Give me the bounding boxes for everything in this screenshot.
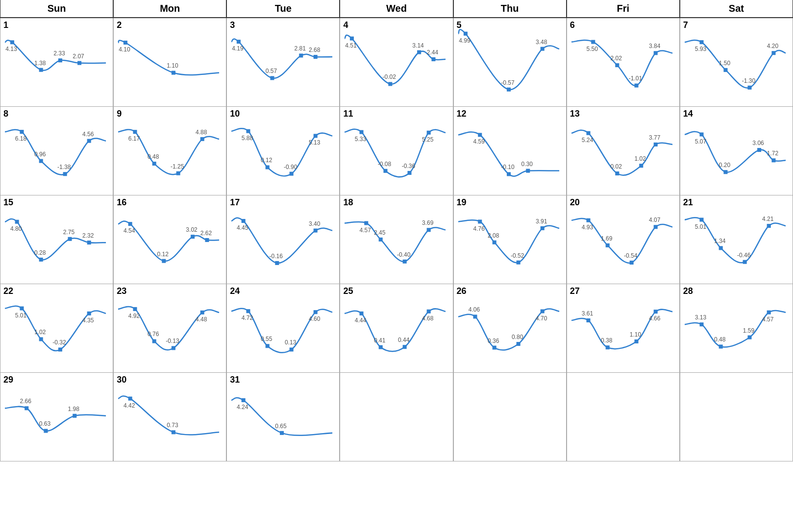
svg-text:2.44: 2.44 bbox=[427, 49, 439, 56]
day-chart-14: 5.070.203.061.72 bbox=[682, 109, 791, 192]
svg-rect-28 bbox=[463, 32, 467, 36]
day-number-22: 22 bbox=[3, 286, 13, 296]
empty-cell bbox=[453, 373, 567, 461]
day-cell-11: 115.33-0.08-0.365.25 bbox=[340, 107, 453, 195]
svg-rect-140 bbox=[540, 226, 544, 230]
day-cell-21: 215.011.34-0.464.21 bbox=[680, 195, 793, 284]
svg-text:4.68: 4.68 bbox=[422, 315, 434, 322]
svg-text:5.33: 5.33 bbox=[355, 136, 367, 143]
svg-text:4.56: 4.56 bbox=[82, 131, 94, 138]
day-cell-7: 75.931.50-1.304.20 bbox=[680, 18, 793, 106]
svg-rect-180 bbox=[314, 310, 318, 314]
empty-cell bbox=[680, 373, 793, 461]
svg-text:2.08: 2.08 bbox=[488, 232, 499, 239]
svg-rect-184 bbox=[379, 345, 383, 349]
svg-text:3.06: 3.06 bbox=[752, 140, 764, 146]
svg-text:-0.54: -0.54 bbox=[624, 252, 638, 259]
svg-rect-10 bbox=[172, 71, 175, 74]
day-number-20: 20 bbox=[570, 197, 580, 208]
svg-rect-206 bbox=[699, 322, 703, 326]
svg-text:4.42: 4.42 bbox=[124, 402, 135, 409]
day-number-8: 8 bbox=[3, 109, 8, 119]
day-cell-17: 174.45-0.163.40 bbox=[226, 195, 340, 284]
svg-rect-160 bbox=[39, 337, 43, 341]
svg-text:-0.40: -0.40 bbox=[397, 251, 411, 258]
svg-rect-132 bbox=[427, 228, 431, 232]
svg-rect-52 bbox=[39, 159, 43, 163]
svg-rect-172 bbox=[200, 311, 204, 314]
svg-rect-186 bbox=[403, 345, 407, 349]
day-cell-3: 34.190.572.812.68 bbox=[226, 18, 340, 106]
day-number-19: 19 bbox=[457, 197, 467, 208]
day-chart-2: 4.101.10 bbox=[116, 20, 224, 103]
svg-rect-64 bbox=[200, 137, 204, 141]
svg-rect-90 bbox=[615, 171, 619, 175]
svg-text:4.21: 4.21 bbox=[762, 216, 774, 222]
day-cell-16: 164.540.123.022.62 bbox=[113, 195, 226, 284]
svg-rect-0 bbox=[10, 40, 14, 44]
svg-rect-194 bbox=[516, 342, 520, 346]
svg-rect-148 bbox=[653, 225, 657, 229]
svg-text:3.91: 3.91 bbox=[536, 218, 547, 225]
svg-rect-48 bbox=[771, 51, 775, 55]
svg-text:0.36: 0.36 bbox=[488, 338, 499, 344]
svg-text:0.20: 0.20 bbox=[719, 162, 731, 169]
svg-rect-154 bbox=[743, 260, 746, 264]
svg-text:0.02: 0.02 bbox=[610, 163, 622, 170]
day-cell-26: 264.060.360.804.70 bbox=[453, 284, 567, 372]
svg-text:4.24: 4.24 bbox=[237, 404, 248, 411]
svg-text:0.41: 0.41 bbox=[374, 337, 386, 344]
svg-text:0.48: 0.48 bbox=[714, 336, 726, 343]
day-number-7: 7 bbox=[683, 20, 688, 30]
svg-rect-210 bbox=[747, 336, 751, 339]
svg-rect-130 bbox=[403, 260, 407, 264]
svg-rect-192 bbox=[492, 346, 496, 350]
svg-text:-0.08: -0.08 bbox=[378, 161, 392, 168]
svg-text:3.84: 3.84 bbox=[649, 43, 661, 49]
day-chart-30: 4.420.73 bbox=[116, 375, 224, 458]
svg-rect-214 bbox=[25, 406, 28, 410]
svg-text:-0.36: -0.36 bbox=[402, 163, 416, 169]
day-number-2: 2 bbox=[117, 20, 122, 30]
day-cell-18: 184.572.45-0.403.69 bbox=[340, 195, 453, 284]
svg-text:3.61: 3.61 bbox=[581, 310, 593, 317]
day-chart-27: 3.610.381.104.66 bbox=[569, 286, 677, 369]
day-number-26: 26 bbox=[457, 286, 467, 296]
svg-rect-112 bbox=[128, 222, 132, 226]
svg-rect-72 bbox=[314, 134, 318, 138]
day-chart-12: 4.59-0.100.30 bbox=[456, 109, 564, 192]
calendar-container: SunMonTueWedThuFriSat 14.131.382.332.072… bbox=[0, 0, 793, 461]
day-cell-14: 145.070.203.061.72 bbox=[680, 107, 793, 195]
svg-rect-18 bbox=[314, 55, 318, 59]
day-number-10: 10 bbox=[230, 109, 240, 119]
day-cell-9: 96.170.48-1.254.88 bbox=[113, 107, 226, 195]
svg-rect-226 bbox=[280, 431, 284, 435]
svg-rect-196 bbox=[540, 309, 544, 313]
day-cell-27: 273.610.381.104.66 bbox=[567, 284, 680, 372]
svg-text:0.38: 0.38 bbox=[601, 337, 613, 344]
header-sat: Sat bbox=[680, 0, 793, 17]
svg-text:5.01: 5.01 bbox=[15, 312, 27, 319]
svg-text:2.68: 2.68 bbox=[309, 47, 321, 53]
day-chart-10: 5.880.12-0.905.13 bbox=[229, 109, 337, 192]
svg-rect-182 bbox=[360, 312, 364, 315]
svg-text:3.13: 3.13 bbox=[695, 314, 707, 321]
day-number-28: 28 bbox=[683, 286, 693, 296]
svg-text:4.93: 4.93 bbox=[581, 224, 593, 231]
week-row-0: 14.131.382.332.0724.101.1034.190.572.812… bbox=[0, 18, 793, 107]
svg-text:-0.52: -0.52 bbox=[510, 252, 524, 259]
day-cell-29: 292.660.631.98 bbox=[0, 373, 113, 461]
day-number-18: 18 bbox=[343, 197, 353, 208]
svg-text:0.73: 0.73 bbox=[167, 422, 178, 429]
svg-text:4.06: 4.06 bbox=[468, 306, 480, 313]
svg-rect-92 bbox=[639, 164, 643, 168]
svg-text:4.80: 4.80 bbox=[10, 225, 22, 232]
svg-text:4.07: 4.07 bbox=[649, 217, 661, 223]
day-chart-8: 6.180.96-1.384.56 bbox=[2, 109, 111, 192]
svg-text:4.19: 4.19 bbox=[232, 45, 244, 52]
svg-rect-150 bbox=[699, 218, 703, 221]
day-chart-4: 4.51-0.023.142.44 bbox=[342, 20, 450, 103]
svg-text:2.07: 2.07 bbox=[73, 53, 84, 60]
svg-text:5.07: 5.07 bbox=[695, 138, 707, 145]
svg-rect-94 bbox=[653, 143, 657, 146]
